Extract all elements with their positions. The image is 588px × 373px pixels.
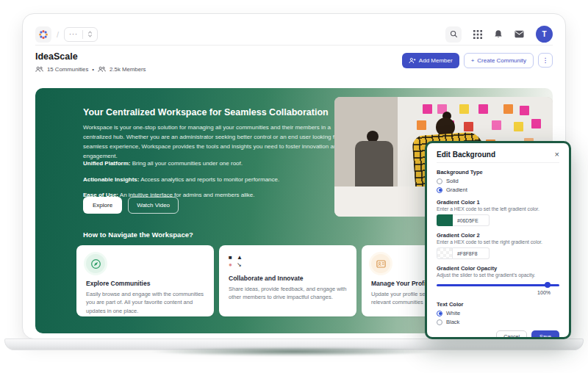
photo-person-secondary <box>355 141 393 192</box>
opacity-helper: Adjust the slider to set the gradient's … <box>437 272 559 278</box>
gradient-color-1-row <box>437 214 559 226</box>
screenshot-canvas: / ··· <box>0 0 588 373</box>
bullet-text: Access analytics and reports to monitor … <box>139 176 279 183</box>
sticky-note <box>464 122 473 131</box>
hero-description: Workspace is your one-stop solution for … <box>83 123 345 162</box>
gradient-color-2-label: Gradient Color 2 <box>437 232 559 239</box>
notifications-button[interactable] <box>494 29 503 39</box>
radio-circle-selected <box>437 187 442 193</box>
bullet-label: Unified Platform: <box>83 160 130 167</box>
radio-label: Black <box>446 319 459 325</box>
edit-background-modal: Edit Background × Background Type Solid … <box>425 141 571 339</box>
sticky-note <box>531 119 541 128</box>
laptop-shadow <box>96 347 492 359</box>
communities-count: 15 Communities <box>47 66 88 73</box>
square-shape: ■ <box>229 254 236 261</box>
person-add-icon <box>409 57 416 64</box>
bullet-label: Actionable Insights: <box>83 176 139 183</box>
breadcrumb-separator: / <box>57 30 59 39</box>
sticky-note <box>514 122 523 131</box>
text-color-label: Text Color <box>437 301 559 308</box>
card-description: Share ideas, provide feedback, and engag… <box>229 285 347 302</box>
watch-video-button[interactable]: Watch Video <box>128 197 179 214</box>
breadcrumb-divider <box>82 30 83 39</box>
sort-chevrons-icon <box>87 31 93 37</box>
color-swatch-1 <box>437 214 453 226</box>
gradient-color-2-helper: Enter a HEX code to set the right gradie… <box>437 239 559 245</box>
radio-black[interactable]: Black <box>437 319 559 325</box>
triangle-shape: ▲ <box>237 254 244 261</box>
slider-handle[interactable] <box>545 282 551 288</box>
ideascale-logo-icon <box>38 29 49 40</box>
hero-bullet: Actionable Insights: Access analytics an… <box>83 176 279 183</box>
ideascale-logo[interactable] <box>35 26 51 43</box>
sticky-note <box>423 104 432 114</box>
hex-input-2[interactable] <box>453 247 490 259</box>
radio-solid[interactable]: Solid <box>437 178 559 184</box>
apps-grid-button[interactable] <box>473 30 482 39</box>
messages-button[interactable] <box>514 30 524 38</box>
radio-circle <box>437 319 442 325</box>
close-icon[interactable]: × <box>555 151 559 159</box>
page-header-left: IdeaScale 15 Communities • <box>35 51 146 73</box>
plus-icon: + <box>471 57 475 64</box>
members-count: 2.5k Members <box>110 66 146 73</box>
user-avatar[interactable]: T <box>536 26 553 43</box>
arrow-shape: ↘ <box>237 261 244 268</box>
bell-icon <box>494 29 503 39</box>
radio-circle-selected <box>437 311 442 316</box>
card-explore-communities: Explore Communities Easily browse and en… <box>76 245 214 316</box>
sticky-note <box>503 104 513 114</box>
breadcrumb-selector[interactable]: ··· <box>64 27 98 42</box>
create-community-button[interactable]: + Create Community <box>464 53 534 68</box>
opacity-value: 100% <box>437 290 559 295</box>
card-collaborate-innovate: ■ ▲ ● ↘ Collaborate and Innovate Share i… <box>219 245 356 316</box>
id-badge-icon <box>376 258 387 269</box>
radio-circle <box>437 178 442 184</box>
communities-icon <box>35 66 43 73</box>
gradient-color-2-row <box>437 247 559 259</box>
search-button[interactable] <box>445 26 462 43</box>
modal-footer: Cancel Save <box>437 330 559 339</box>
cancel-button[interactable]: Cancel <box>496 330 527 339</box>
members-icon <box>98 66 106 73</box>
top-navbar: / ··· <box>35 23 553 46</box>
sticky-note <box>459 104 469 114</box>
save-button[interactable]: Save <box>531 330 559 339</box>
workspace-stats: 15 Communities • 2.5k Members <box>35 66 146 73</box>
sticky-note <box>492 120 501 130</box>
gradient-color-1-helper: Enter a HEX code to set the left gradien… <box>437 206 559 211</box>
navigate-heading: How to Navigate the Workspace? <box>83 231 193 239</box>
background-type-label: Background Type <box>437 169 559 175</box>
card-title: Collaborate and Innovate <box>229 275 347 282</box>
hero-buttons: Explore Watch Video <box>83 197 179 214</box>
page-header: IdeaScale 15 Communities • <box>35 51 553 81</box>
breadcrumb-ellipsis: ··· <box>69 31 78 37</box>
radio-label: Gradient <box>446 186 467 193</box>
compass-icon-circle <box>86 254 105 273</box>
opacity-label: Gradient Color Opacity <box>437 265 559 272</box>
hero-bullet: Unified Platform: Bring all your communi… <box>83 160 279 167</box>
card-description: Easily browse and engage with the commun… <box>86 290 204 315</box>
more-options-button[interactable]: ⋮ <box>538 53 553 68</box>
add-member-button[interactable]: Add Member <box>402 53 459 68</box>
hex-input-1[interactable] <box>453 214 490 226</box>
add-member-label: Add Member <box>419 57 453 64</box>
explore-button[interactable]: Explore <box>83 197 122 214</box>
mail-icon <box>514 30 524 38</box>
color-swatch-2 <box>437 247 453 259</box>
radio-label: Solid <box>446 178 459 184</box>
radio-label: White <box>446 310 460 316</box>
bullet-text: Bring all your communities under one roo… <box>130 160 243 167</box>
slider-track[interactable] <box>437 284 559 286</box>
kebab-icon: ⋮ <box>542 57 549 64</box>
circle-shape: ● <box>229 261 236 268</box>
stats-separator: • <box>92 66 94 73</box>
grid-icon <box>473 30 482 39</box>
modal-title: Edit Background <box>437 151 495 159</box>
radio-gradient[interactable]: Gradient <box>437 186 559 193</box>
opacity-slider[interactable] <box>437 282 559 289</box>
radio-white[interactable]: White <box>437 310 559 316</box>
gradient-color-1-label: Gradient Color 1 <box>437 199 559 206</box>
search-icon <box>450 30 458 38</box>
